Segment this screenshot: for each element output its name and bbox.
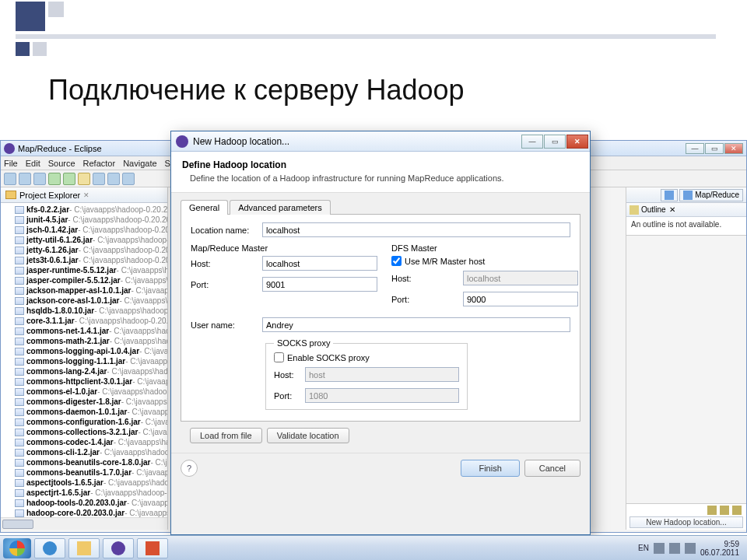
maximize-button[interactable]: ▭	[544, 135, 566, 149]
open-perspective-button[interactable]	[661, 189, 678, 201]
cancel-button[interactable]: Cancel	[524, 460, 580, 477]
toolbar-icon[interactable]	[122, 173, 135, 185]
tree-item[interactable]: commons-codec-1.4.jar - C:\javaapps\hado	[15, 437, 166, 447]
tree-item[interactable]: commons-httpclient-3.0.1.jar - C:\javaap…	[15, 376, 166, 387]
new-hadoop-location-button[interactable]: New Hadoop location...	[630, 516, 743, 528]
ie-icon	[43, 541, 57, 555]
tree-item[interactable]: commons-lang-2.4.jar - C:\javaapps\hadoo…	[15, 366, 166, 376]
dialog-titlebar[interactable]: New Hadoop location... — ▭ ✕	[171, 131, 590, 152]
tree-item[interactable]: jasper-runtime-5.5.12.jar - C:\javaapps\…	[15, 265, 166, 275]
menu-source[interactable]: Source	[48, 159, 75, 168]
enable-socks-checkbox[interactable]	[274, 352, 284, 362]
tree-item[interactable]: jets3t-0.6.1.jar - C:\javaapps\hadoop-0.…	[15, 255, 166, 265]
powerpoint-icon	[146, 541, 160, 555]
tree-item[interactable]: commons-math-2.1.jar - C:\javaapps\hadoo…	[15, 336, 166, 346]
outline-tab[interactable]: Outline ✕	[626, 203, 746, 217]
menu-edit[interactable]: Edit	[26, 159, 40, 168]
minimize-button[interactable]: —	[686, 143, 704, 154]
taskbar-powerpoint[interactable]	[137, 538, 168, 558]
dfs-host-input	[463, 271, 578, 285]
tree-item[interactable]: commons-net-1.4.1.jar - C:\javaapps\hado…	[15, 326, 166, 336]
toolbar-debug-icon[interactable]	[63, 173, 75, 185]
tree-item[interactable]: aspectjrt-1.6.5.jar - C:\javaapps\hadoop…	[15, 488, 166, 498]
taskbar-ie[interactable]	[34, 538, 65, 558]
finish-button[interactable]: Finish	[461, 460, 519, 477]
close-button[interactable]: ✕	[724, 143, 743, 154]
elephant-icon	[683, 191, 693, 200]
eclipse-icon	[4, 143, 15, 154]
tree-item[interactable]: core-3.1.1.jar - C:\javaapps\hadoop-0.20…	[15, 316, 166, 326]
tab-general[interactable]: General	[181, 200, 228, 215]
tree-item[interactable]: jackson-core-asl-1.0.1.jar - C:\javaapps…	[15, 296, 166, 306]
tree-item[interactable]: jetty-6.1.26.jar - C:\javaapps\hadoop-0.…	[15, 245, 166, 255]
tree-item[interactable]: commons-collections-3.2.1.jar - C:\javaa…	[15, 427, 166, 437]
tree-item[interactable]: hsqldb-1.8.0.10.jar - C:\javaapps\hadoop…	[15, 306, 166, 316]
username-input[interactable]	[262, 317, 570, 332]
close-icon[interactable]: ✕	[669, 205, 675, 214]
tree-item[interactable]: commons-configuration-1.6.jar - C:\javaa…	[15, 417, 166, 427]
project-tree[interactable]: kfs-0.2.2.jar - C:\javaapps\hadoop-0.20.…	[1, 203, 167, 517]
jar-icon	[15, 317, 24, 325]
tree-item[interactable]: commons-beanutils-core-1.8.0.jar - C:\ja…	[15, 457, 166, 467]
tree-item[interactable]: hadoop-core-0.20.203.0.jar - C:\javaapps…	[15, 508, 166, 517]
tree-item[interactable]: aspectjtools-1.6.5.jar - C:\javaapps\had…	[15, 478, 166, 488]
help-button[interactable]: ?	[181, 460, 198, 477]
tree-item[interactable]: commons-digester-1.8.jar - C:\javaapps\h…	[15, 397, 166, 407]
tree-item[interactable]: jetty-util-6.1.26.jar - C:\javaapps\hado…	[15, 235, 166, 245]
close-button[interactable]: ✕	[566, 135, 588, 149]
mapreduce-perspective-button[interactable]: Map/Reduce	[679, 189, 743, 201]
menu-file[interactable]: File	[4, 159, 18, 168]
mr-port-input[interactable]	[262, 277, 377, 292]
edit-icon[interactable]	[720, 506, 729, 515]
language-indicator[interactable]: EN	[638, 544, 649, 552]
tree-item[interactable]: kfs-0.2.2.jar - C:\javaapps\hadoop-0.20.…	[15, 205, 166, 215]
eclipse-title: Map/Reduce - Eclipse	[18, 144, 102, 153]
menu-navigate[interactable]: Navigate	[123, 159, 156, 168]
jar-icon	[15, 489, 24, 497]
tree-item[interactable]: jsch-0.1.42.jar - C:\javaapps\hadoop-0.2…	[15, 225, 166, 235]
tree-item[interactable]: commons-cli-1.2.jar - C:\javaapps\hadoop…	[15, 447, 166, 457]
use-mr-master-checkbox[interactable]	[391, 256, 402, 266]
toolbar-run-icon[interactable]	[48, 173, 61, 185]
close-icon[interactable]: ✕	[83, 191, 89, 199]
toolbar-icon[interactable]	[33, 173, 46, 185]
tree-item[interactable]: commons-logging-api-1.0.4.jar - C:\javaa…	[15, 346, 166, 356]
toolbar-icon[interactable]	[4, 173, 16, 185]
minimize-button[interactable]: —	[521, 135, 543, 149]
jar-icon	[15, 206, 24, 214]
toolbar-icon[interactable]	[93, 173, 105, 185]
network-icon[interactable]	[669, 543, 680, 554]
minimize-icon[interactable]	[732, 506, 742, 515]
project-explorer-tab[interactable]: Project Explorer ✕	[1, 187, 167, 203]
tree-item[interactable]: commons-beanutils-1.7.0.jar - C:\javaapp…	[15, 467, 166, 478]
tree-item[interactable]: commons-daemon-1.0.1.jar - C:\javaapps\h	[15, 407, 166, 417]
validate-location-button[interactable]: Validate location	[267, 428, 349, 443]
outline-panel: Outline ✕ An outline is not available.	[626, 203, 746, 236]
toolbar-icon[interactable]	[19, 173, 31, 185]
load-from-file-button[interactable]: Load from file	[190, 428, 262, 443]
toolbar-icon[interactable]	[107, 173, 120, 185]
location-name-input[interactable]	[262, 222, 570, 237]
clock[interactable]: 9:59 06.07.2011	[700, 540, 739, 557]
toolbar-icon[interactable]	[78, 173, 90, 185]
tray-icon[interactable]	[654, 543, 665, 554]
taskbar-explorer[interactable]	[68, 538, 100, 558]
tree-item[interactable]: commons-el-1.0.jar - C:\javaapps\hadoop-…	[15, 387, 166, 397]
jar-icon	[15, 277, 24, 285]
tree-item[interactable]: jackson-mapper-asl-1.0.1.jar - C:\javaap…	[15, 285, 166, 296]
elephant-icon[interactable]	[707, 506, 717, 515]
tree-item[interactable]: commons-logging-1.1.1.jar - C:\javaapps\…	[15, 356, 166, 366]
tree-item[interactable]: hadoop-tools-0.20.203.0.jar - C:\javaapp…	[15, 498, 166, 508]
menu-refactor[interactable]: Refactor	[83, 159, 116, 168]
dfs-port-input[interactable]	[463, 292, 578, 306]
maximize-button[interactable]: ▭	[705, 143, 724, 154]
start-button[interactable]	[3, 538, 31, 558]
mr-host-input[interactable]	[262, 256, 377, 271]
taskbar-eclipse[interactable]	[103, 538, 134, 558]
horizontal-scrollbar[interactable]	[1, 517, 167, 530]
volume-icon[interactable]	[685, 543, 696, 554]
tree-item[interactable]: junit-4.5.jar - C:\javaapps\hadoop-0.20.…	[15, 215, 166, 225]
tree-item[interactable]: jasper-compiler-5.5.12.jar - C:\javaapps…	[15, 275, 166, 285]
tab-advanced[interactable]: Advanced parameters	[230, 200, 331, 215]
jar-icon	[15, 297, 24, 305]
